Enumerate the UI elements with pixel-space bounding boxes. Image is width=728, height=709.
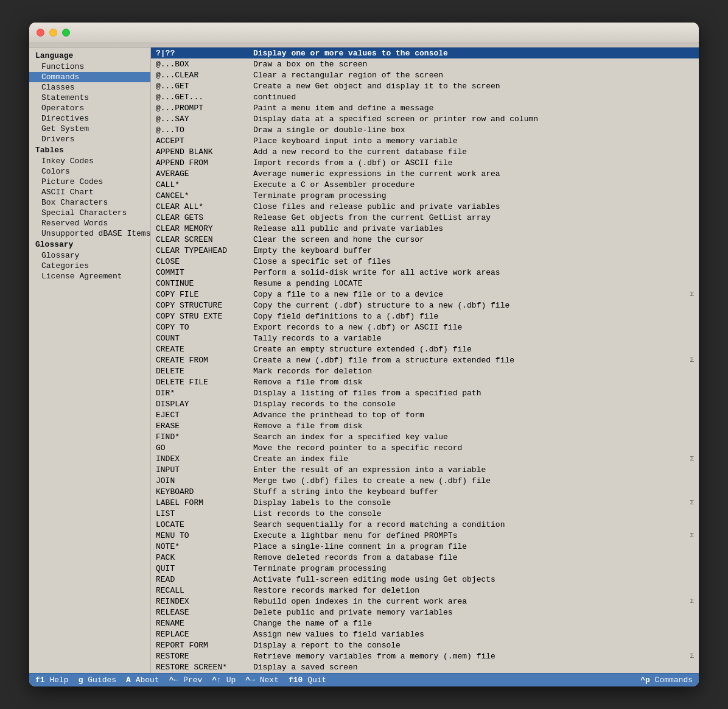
table-row[interactable]: READActivate full-screen editing mode us… xyxy=(151,574,699,585)
table-row[interactable]: @...SAYDisplay data at a specified scree… xyxy=(151,113,699,124)
table-row[interactable]: @...GET...continued xyxy=(151,91,699,102)
table-row[interactable]: RENAMEChange the name of a file xyxy=(151,618,699,629)
table-row[interactable]: LISTList records to the console xyxy=(151,508,699,519)
sidebar-item-reserved-words[interactable]: Reserved Words xyxy=(29,218,150,228)
next-shortcut[interactable]: ^→ Next xyxy=(245,675,279,685)
sidebar-item-categories[interactable]: Categories xyxy=(29,261,150,271)
table-row[interactable]: APPEND FROMImport records from a (.dbf) … xyxy=(151,157,699,168)
table-row[interactable]: CREATECreate an empty structure extended… xyxy=(151,344,699,354)
command-description: Add a new record to the current database… xyxy=(253,147,694,157)
table-row[interactable]: MENU TOExecute a lightbar menu for defin… xyxy=(151,530,699,541)
a-shortcut[interactable]: A About xyxy=(126,675,159,685)
table-row[interactable]: ACCEPTPlace keyboard input into a memory… xyxy=(151,135,699,146)
table-row[interactable]: COPY TOExport records to a new (.dbf) or… xyxy=(151,322,699,333)
sidebar-item-directives[interactable]: Directives xyxy=(29,113,150,124)
command-description: Tally records to a variable xyxy=(253,334,694,343)
table-row[interactable]: COPY STRU EXTECopy field definitions to … xyxy=(151,311,699,322)
table-row[interactable]: LABEL FORMDisplay labels to the consoleΣ xyxy=(151,497,699,508)
sidebar-item-commands[interactable]: Commands xyxy=(29,72,150,82)
table-row[interactable]: @...PROMPTPaint a menu item and define a… xyxy=(151,102,699,113)
command-name: COPY STRUCTURE xyxy=(156,301,253,310)
table-row[interactable]: INPUTEnter the result of an expression i… xyxy=(151,464,699,475)
table-row[interactable]: FIND*Search an index for a specified key… xyxy=(151,431,699,442)
table-row[interactable]: RESTORERetrieve memory variables from a … xyxy=(151,651,699,661)
f10-shortcut[interactable]: f10 Quit xyxy=(289,675,326,685)
table-row[interactable]: CLEAR SCREENClear the screen and home th… xyxy=(151,234,699,245)
f1-shortcut[interactable]: f1 Help xyxy=(35,675,69,685)
table-row[interactable]: @...BOXDraw a box on the screen xyxy=(151,58,699,69)
close-button[interactable] xyxy=(37,29,44,37)
sidebar-item-inkey-codes[interactable]: Inkey Codes xyxy=(29,156,150,166)
sidebar-item-functions[interactable]: Functions xyxy=(29,62,150,72)
command-name: @...BOX xyxy=(156,60,253,69)
up-shortcut[interactable]: ^↑ Up xyxy=(212,675,236,685)
table-row[interactable]: COMMITPerform a solid-disk write for all… xyxy=(151,267,699,278)
table-row[interactable]: QUITTerminate program processing xyxy=(151,563,699,574)
table-row[interactable]: EJECTAdvance the printhead to top of for… xyxy=(151,409,699,420)
table-row[interactable]: COPY STRUCTURECopy the current (.dbf) st… xyxy=(151,300,699,311)
command-name: RECALL xyxy=(156,586,253,595)
scroll-marker-icon: Σ xyxy=(690,356,694,364)
table-row[interactable]: AVERAGEAverage numeric expressions in th… xyxy=(151,168,699,179)
table-row[interactable]: CLOSEClose a specific set of files xyxy=(151,256,699,267)
sidebar-item-box-characters[interactable]: Box Characters xyxy=(29,197,150,208)
table-row[interactable]: @...GETCreate a new Get object and displ… xyxy=(151,80,699,91)
sidebar-item-statements[interactable]: Statements xyxy=(29,93,150,103)
sidebar-item-operators[interactable]: Operators xyxy=(29,103,150,113)
sidebar-item-license-agreement[interactable]: License Agreement xyxy=(29,271,150,281)
table-row[interactable]: DELETE FILERemove a file from disk xyxy=(151,376,699,387)
table-row[interactable]: INDEXCreate an index fileΣ xyxy=(151,453,699,464)
next-key: ^→ xyxy=(245,675,255,685)
sidebar-item-picture-codes[interactable]: Picture Codes xyxy=(29,177,150,187)
table-row[interactable]: COPY FILECopy a file to a new file or to… xyxy=(151,289,699,300)
sidebar-item-special-characters[interactable]: Special Characters xyxy=(29,208,150,218)
sidebar-item-glossary[interactable]: Glossary xyxy=(29,250,150,261)
table-row[interactable]: RESTORE SCREEN*Display a saved screen xyxy=(151,661,699,672)
table-row[interactable]: CONTINUEResume a pending LOCATE xyxy=(151,278,699,289)
sidebar-item-unsupported-dbase-items[interactable]: Unsupported dBASE Items xyxy=(29,228,150,239)
table-row[interactable]: CLEAR MEMORYRelease all public and priva… xyxy=(151,223,699,234)
command-description: Copy a file to a new file or to a device xyxy=(253,290,687,299)
table-row[interactable]: PACKRemove deleted records from a databa… xyxy=(151,552,699,563)
table-row[interactable]: CLEAR TYPEAHEADEmpty the keyboard buffer xyxy=(151,245,699,256)
sidebar-item-ascii-chart[interactable]: ASCII Chart xyxy=(29,187,150,197)
table-row[interactable]: RECALLRestore records marked for deletio… xyxy=(151,585,699,596)
table-row[interactable]: GOMove the record pointer to a specific … xyxy=(151,442,699,453)
command-name: ?|?? xyxy=(156,49,253,58)
sidebar-item-drivers[interactable]: Drivers xyxy=(29,134,150,144)
content-area[interactable]: ?|??Display one or more values to the co… xyxy=(151,48,699,673)
table-row[interactable]: @...TODraw a single or double-line box xyxy=(151,124,699,135)
table-row[interactable]: DISPLAYDisplay records to the console xyxy=(151,398,699,409)
g-shortcut[interactable]: g Guides xyxy=(79,675,116,685)
table-row[interactable]: ERASERemove a file from disk xyxy=(151,420,699,431)
table-row[interactable]: CLEAR GETSRelease Get objects from the c… xyxy=(151,212,699,223)
command-name: GO xyxy=(156,443,253,453)
table-row[interactable]: LOCATESearch sequentially for a record m… xyxy=(151,519,699,530)
table-row[interactable]: APPEND BLANKAdd a new record to the curr… xyxy=(151,146,699,157)
table-row[interactable]: NOTE*Place a single-line comment in a pr… xyxy=(151,541,699,552)
command-description: Display labels to the console xyxy=(253,498,687,507)
table-row[interactable]: RELEASEDelete public and private memory … xyxy=(151,607,699,618)
table-row[interactable]: DIR*Display a listing of files from a sp… xyxy=(151,387,699,398)
command-name: APPEND FROM xyxy=(156,158,253,168)
sidebar-item-colors[interactable]: Colors xyxy=(29,166,150,177)
table-row[interactable]: CALL*Execute a C or Assembler procedure xyxy=(151,179,699,190)
table-row[interactable]: CANCEL*Terminate program processing xyxy=(151,190,699,201)
table-row[interactable]: DELETEMark records for deletion xyxy=(151,365,699,376)
table-row[interactable]: CLEAR ALL*Close files and release public… xyxy=(151,201,699,212)
table-row[interactable]: REPORT FORMDisplay a report to the conso… xyxy=(151,640,699,651)
sidebar-item-classes[interactable]: Classes xyxy=(29,82,150,93)
table-row[interactable]: JOINMerge two (.dbf) files to create a n… xyxy=(151,475,699,486)
table-row[interactable]: KEYBOARDStuff a string into the keyboard… xyxy=(151,486,699,497)
table-row[interactable]: @...CLEARClear a rectangular region of t… xyxy=(151,69,699,80)
table-row[interactable]: REPLACEAssign new values to field variab… xyxy=(151,629,699,640)
table-row[interactable]: ?|??Display one or more values to the co… xyxy=(151,48,699,58)
table-row[interactable]: REINDEXRebuild open indexes in the curre… xyxy=(151,596,699,607)
prev-shortcut[interactable]: ^← Prev xyxy=(169,675,203,685)
table-row[interactable]: CREATE FROMCreate a new (.dbf) file from… xyxy=(151,354,699,365)
sidebar-item-get-system[interactable]: Get System xyxy=(29,124,150,134)
maximize-button[interactable] xyxy=(62,29,70,37)
table-row[interactable]: COUNTTally records to a variable xyxy=(151,333,699,344)
cp-shortcut[interactable]: ^p Commands xyxy=(640,675,693,685)
minimize-button[interactable] xyxy=(49,29,57,37)
